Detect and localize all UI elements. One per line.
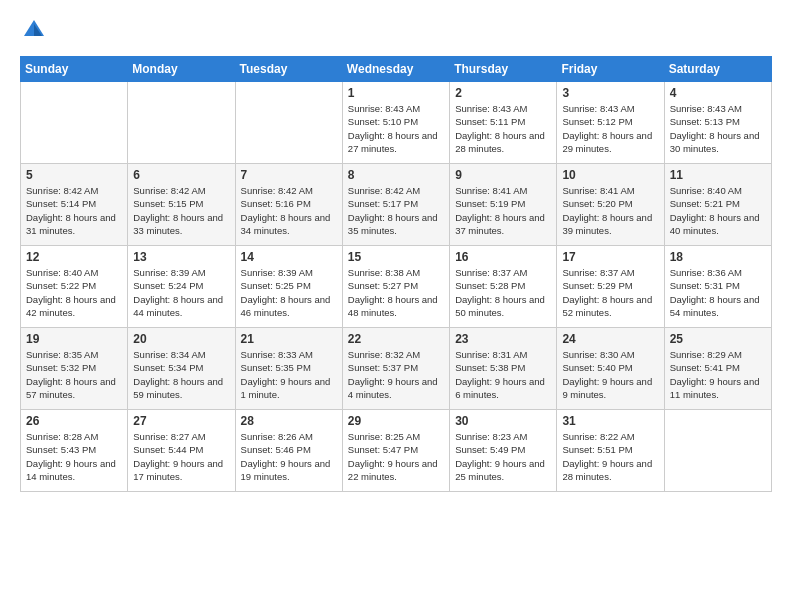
day-number: 5: [26, 168, 122, 182]
day-number: 6: [133, 168, 229, 182]
day-cell: 24Sunrise: 8:30 AM Sunset: 5:40 PM Dayli…: [557, 328, 664, 410]
day-number: 27: [133, 414, 229, 428]
header-saturday: Saturday: [664, 57, 771, 82]
header: [20, 16, 772, 44]
day-cell: 26Sunrise: 8:28 AM Sunset: 5:43 PM Dayli…: [21, 410, 128, 492]
day-cell: 25Sunrise: 8:29 AM Sunset: 5:41 PM Dayli…: [664, 328, 771, 410]
day-cell: 27Sunrise: 8:27 AM Sunset: 5:44 PM Dayli…: [128, 410, 235, 492]
day-cell: 14Sunrise: 8:39 AM Sunset: 5:25 PM Dayli…: [235, 246, 342, 328]
day-cell: 20Sunrise: 8:34 AM Sunset: 5:34 PM Dayli…: [128, 328, 235, 410]
day-cell: [664, 410, 771, 492]
day-number: 15: [348, 250, 444, 264]
day-info: Sunrise: 8:39 AM Sunset: 5:24 PM Dayligh…: [133, 266, 229, 319]
day-cell: [21, 82, 128, 164]
day-cell: [128, 82, 235, 164]
day-cell: 9Sunrise: 8:41 AM Sunset: 5:19 PM Daylig…: [450, 164, 557, 246]
day-cell: 3Sunrise: 8:43 AM Sunset: 5:12 PM Daylig…: [557, 82, 664, 164]
day-info: Sunrise: 8:22 AM Sunset: 5:51 PM Dayligh…: [562, 430, 658, 483]
day-cell: 2Sunrise: 8:43 AM Sunset: 5:11 PM Daylig…: [450, 82, 557, 164]
calendar-table: Sunday Monday Tuesday Wednesday Thursday…: [20, 56, 772, 492]
day-number: 21: [241, 332, 337, 346]
day-number: 12: [26, 250, 122, 264]
day-number: 20: [133, 332, 229, 346]
day-info: Sunrise: 8:34 AM Sunset: 5:34 PM Dayligh…: [133, 348, 229, 401]
day-info: Sunrise: 8:33 AM Sunset: 5:35 PM Dayligh…: [241, 348, 337, 401]
day-info: Sunrise: 8:36 AM Sunset: 5:31 PM Dayligh…: [670, 266, 766, 319]
day-cell: 13Sunrise: 8:39 AM Sunset: 5:24 PM Dayli…: [128, 246, 235, 328]
day-cell: 12Sunrise: 8:40 AM Sunset: 5:22 PM Dayli…: [21, 246, 128, 328]
day-number: 16: [455, 250, 551, 264]
header-thursday: Thursday: [450, 57, 557, 82]
day-number: 29: [348, 414, 444, 428]
day-info: Sunrise: 8:27 AM Sunset: 5:44 PM Dayligh…: [133, 430, 229, 483]
day-info: Sunrise: 8:43 AM Sunset: 5:12 PM Dayligh…: [562, 102, 658, 155]
day-cell: 4Sunrise: 8:43 AM Sunset: 5:13 PM Daylig…: [664, 82, 771, 164]
day-info: Sunrise: 8:38 AM Sunset: 5:27 PM Dayligh…: [348, 266, 444, 319]
day-cell: 22Sunrise: 8:32 AM Sunset: 5:37 PM Dayli…: [342, 328, 449, 410]
week-row-5: 26Sunrise: 8:28 AM Sunset: 5:43 PM Dayli…: [21, 410, 772, 492]
day-info: Sunrise: 8:43 AM Sunset: 5:10 PM Dayligh…: [348, 102, 444, 155]
day-info: Sunrise: 8:43 AM Sunset: 5:11 PM Dayligh…: [455, 102, 551, 155]
day-cell: 18Sunrise: 8:36 AM Sunset: 5:31 PM Dayli…: [664, 246, 771, 328]
day-number: 19: [26, 332, 122, 346]
day-cell: 15Sunrise: 8:38 AM Sunset: 5:27 PM Dayli…: [342, 246, 449, 328]
day-info: Sunrise: 8:26 AM Sunset: 5:46 PM Dayligh…: [241, 430, 337, 483]
day-info: Sunrise: 8:23 AM Sunset: 5:49 PM Dayligh…: [455, 430, 551, 483]
header-friday: Friday: [557, 57, 664, 82]
day-number: 17: [562, 250, 658, 264]
day-info: Sunrise: 8:41 AM Sunset: 5:20 PM Dayligh…: [562, 184, 658, 237]
page: Sunday Monday Tuesday Wednesday Thursday…: [0, 0, 792, 612]
day-number: 14: [241, 250, 337, 264]
day-number: 9: [455, 168, 551, 182]
header-sunday: Sunday: [21, 57, 128, 82]
day-info: Sunrise: 8:31 AM Sunset: 5:38 PM Dayligh…: [455, 348, 551, 401]
day-info: Sunrise: 8:40 AM Sunset: 5:22 PM Dayligh…: [26, 266, 122, 319]
day-number: 7: [241, 168, 337, 182]
day-cell: 31Sunrise: 8:22 AM Sunset: 5:51 PM Dayli…: [557, 410, 664, 492]
day-info: Sunrise: 8:41 AM Sunset: 5:19 PM Dayligh…: [455, 184, 551, 237]
day-info: Sunrise: 8:35 AM Sunset: 5:32 PM Dayligh…: [26, 348, 122, 401]
header-wednesday: Wednesday: [342, 57, 449, 82]
day-cell: 5Sunrise: 8:42 AM Sunset: 5:14 PM Daylig…: [21, 164, 128, 246]
day-info: Sunrise: 8:32 AM Sunset: 5:37 PM Dayligh…: [348, 348, 444, 401]
day-cell: 21Sunrise: 8:33 AM Sunset: 5:35 PM Dayli…: [235, 328, 342, 410]
day-cell: 29Sunrise: 8:25 AM Sunset: 5:47 PM Dayli…: [342, 410, 449, 492]
day-number: 18: [670, 250, 766, 264]
day-number: 10: [562, 168, 658, 182]
day-info: Sunrise: 8:42 AM Sunset: 5:16 PM Dayligh…: [241, 184, 337, 237]
day-number: 30: [455, 414, 551, 428]
day-cell: 7Sunrise: 8:42 AM Sunset: 5:16 PM Daylig…: [235, 164, 342, 246]
day-number: 13: [133, 250, 229, 264]
day-number: 28: [241, 414, 337, 428]
day-cell: 8Sunrise: 8:42 AM Sunset: 5:17 PM Daylig…: [342, 164, 449, 246]
week-row-3: 12Sunrise: 8:40 AM Sunset: 5:22 PM Dayli…: [21, 246, 772, 328]
weekday-header-row: Sunday Monday Tuesday Wednesday Thursday…: [21, 57, 772, 82]
day-number: 25: [670, 332, 766, 346]
day-cell: 17Sunrise: 8:37 AM Sunset: 5:29 PM Dayli…: [557, 246, 664, 328]
day-number: 23: [455, 332, 551, 346]
day-info: Sunrise: 8:28 AM Sunset: 5:43 PM Dayligh…: [26, 430, 122, 483]
day-cell: 6Sunrise: 8:42 AM Sunset: 5:15 PM Daylig…: [128, 164, 235, 246]
day-cell: [235, 82, 342, 164]
day-cell: 19Sunrise: 8:35 AM Sunset: 5:32 PM Dayli…: [21, 328, 128, 410]
day-cell: 10Sunrise: 8:41 AM Sunset: 5:20 PM Dayli…: [557, 164, 664, 246]
day-number: 4: [670, 86, 766, 100]
week-row-2: 5Sunrise: 8:42 AM Sunset: 5:14 PM Daylig…: [21, 164, 772, 246]
day-info: Sunrise: 8:37 AM Sunset: 5:29 PM Dayligh…: [562, 266, 658, 319]
day-info: Sunrise: 8:42 AM Sunset: 5:14 PM Dayligh…: [26, 184, 122, 237]
day-number: 11: [670, 168, 766, 182]
day-number: 2: [455, 86, 551, 100]
day-info: Sunrise: 8:40 AM Sunset: 5:21 PM Dayligh…: [670, 184, 766, 237]
day-number: 3: [562, 86, 658, 100]
day-cell: 30Sunrise: 8:23 AM Sunset: 5:49 PM Dayli…: [450, 410, 557, 492]
day-number: 22: [348, 332, 444, 346]
logo: [20, 16, 52, 44]
header-tuesday: Tuesday: [235, 57, 342, 82]
day-cell: 1Sunrise: 8:43 AM Sunset: 5:10 PM Daylig…: [342, 82, 449, 164]
day-number: 24: [562, 332, 658, 346]
logo-icon: [20, 16, 48, 44]
day-info: Sunrise: 8:42 AM Sunset: 5:15 PM Dayligh…: [133, 184, 229, 237]
day-cell: 23Sunrise: 8:31 AM Sunset: 5:38 PM Dayli…: [450, 328, 557, 410]
day-info: Sunrise: 8:43 AM Sunset: 5:13 PM Dayligh…: [670, 102, 766, 155]
day-cell: 28Sunrise: 8:26 AM Sunset: 5:46 PM Dayli…: [235, 410, 342, 492]
